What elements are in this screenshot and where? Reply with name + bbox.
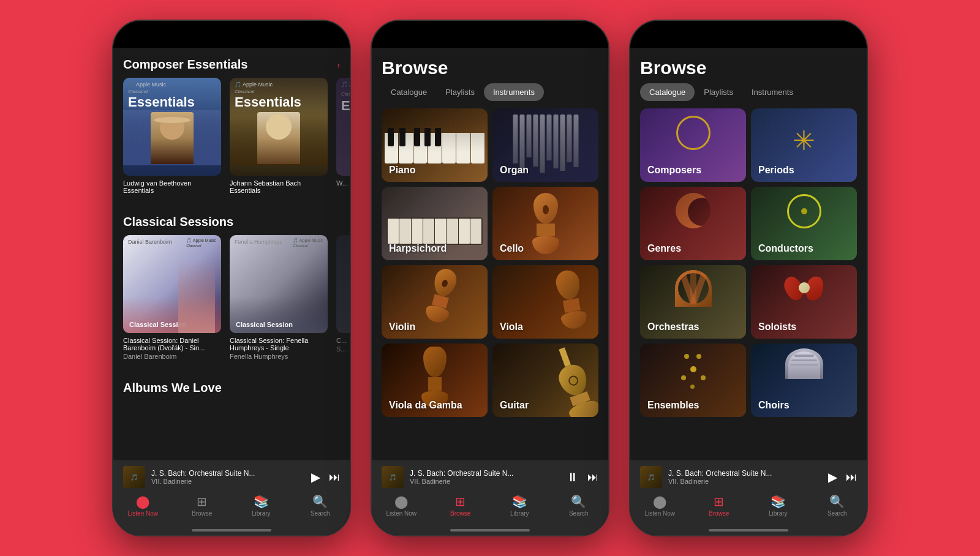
tab-instruments-2[interactable]: Instruments (484, 83, 544, 101)
session-barenboim-card[interactable]: Daniel Barenboim 🎵 Apple MusicClassical … (123, 235, 221, 361)
notch-2 (453, 26, 527, 43)
player-bar-3: 🎵 J. S. Bach: Orchestral Suite N... VII.… (630, 460, 867, 490)
pause-button-2[interactable]: ⏸ (567, 470, 579, 484)
category-conductors[interactable]: Conductors (751, 187, 857, 260)
nav-search-3[interactable]: 🔍 Search (819, 494, 856, 517)
home-indicator-2 (372, 529, 608, 535)
notch-3 (712, 26, 785, 43)
player-subtitle-3: VII. Badinerie (668, 478, 822, 485)
tab-playlists-3[interactable]: Playlists (695, 83, 742, 101)
home-bar-3 (709, 529, 788, 532)
tab-bar-3: Catalogue Playlists Instruments (630, 83, 867, 108)
instrument-organ[interactable]: Organ (492, 108, 598, 182)
nav-search-1[interactable]: 🔍 Search (302, 494, 339, 517)
category-composers[interactable]: Composers (640, 108, 746, 182)
nav-library-1[interactable]: 📚 Library (243, 494, 279, 517)
bach-album-card[interactable]: 🎵 Apple Music Classical Essentials (230, 78, 328, 195)
skip-button-1[interactable]: ⏭ (329, 471, 340, 484)
bach-album-title: Johann Sebastian Bach Essentials (230, 179, 328, 194)
tab-instruments-3[interactable]: Instruments (742, 83, 802, 101)
player-info-3: J. S. Bach: Orchestral Suite N... VII. B… (668, 469, 822, 485)
screen-2: Browse Catalogue Playlists Instruments (372, 48, 608, 535)
violin-label: Violin (389, 321, 415, 332)
composer-albums-row[interactable]: 🎵 Apple Music Classical Essentials (113, 78, 350, 205)
nav-search-2[interactable]: 🔍 Search (560, 494, 597, 517)
player-bar-1: 🎵 J. S. Bach: Orchestral Suite N... VII.… (113, 460, 350, 490)
beethoven-badge: 🎵 Apple Music (128, 81, 166, 88)
beethoven-album-title: Ludwig van Beethoven Essentials (123, 179, 221, 194)
status-bar-2 (372, 21, 608, 48)
albums-we-love-title: Albums We Love (123, 381, 222, 395)
nav-browse-2[interactable]: ⊞ Browse (442, 494, 479, 517)
bottom-spacer-2 (372, 417, 608, 429)
session3-card[interactable]: C... S... (336, 235, 350, 361)
scroll-3[interactable]: Browse Catalogue Playlists Instruments C… (630, 48, 867, 460)
home-bar-1 (192, 529, 271, 532)
library-label-1: Library (252, 510, 271, 517)
instrument-violin[interactable]: Violin (382, 265, 488, 339)
session-fenella-card[interactable]: Fenella Humphreys 🎵 Apple MusicClassical… (230, 235, 328, 361)
session2-title: Classical Session: Fenella Humphreys - S… (230, 337, 328, 351)
nav-listen-now-2[interactable]: ⬤ Listen Now (383, 494, 420, 517)
nav-browse-1[interactable]: ⊞ Browse (184, 494, 221, 517)
screen-1: Composer Essentials › 🎵 Apple Music Clas… (113, 48, 350, 535)
cello-label: Cello (500, 243, 524, 254)
scroll-2[interactable]: Browse Catalogue Playlists Instruments (372, 48, 608, 460)
player-controls-3: ▶ ⏭ (828, 470, 857, 484)
skip-button-2[interactable]: ⏭ (587, 471, 598, 484)
nav-listen-now-3[interactable]: ⬤ Listen Now (641, 494, 678, 517)
session2-artist: Fenella Humphreys (230, 353, 328, 360)
tab-catalogue-3[interactable]: Catalogue (640, 83, 695, 101)
player-thumb-3: 🎵 (640, 466, 662, 488)
play-button-3[interactable]: ▶ (828, 470, 837, 484)
player-title-2: J. S. Bach: Orchestral Suite N... (410, 469, 560, 478)
orchestras-label: Orchestras (647, 321, 699, 332)
skip-button-3[interactable]: ⏭ (846, 471, 857, 484)
instrument-cello[interactable]: Cello (492, 187, 598, 260)
category-orchestras[interactable]: Orchestras (640, 265, 746, 339)
category-choirs[interactable]: Choirs (751, 344, 857, 417)
player-content-3: 🎵 J. S. Bach: Orchestral Suite N... VII.… (640, 466, 857, 488)
listen-now-icon-3: ⬤ (653, 494, 666, 509)
home-indicator-3 (630, 529, 867, 535)
scroll-1[interactable]: Composer Essentials › 🎵 Apple Music Clas… (113, 48, 350, 460)
instrument-piano[interactable]: Piano (382, 108, 488, 182)
more-album-art: 🎵 Apple Music Classical Essentials (336, 78, 350, 176)
composer-essentials-more[interactable]: › (337, 60, 340, 70)
beethoven-album-card[interactable]: 🎵 Apple Music Classical Essentials (123, 78, 221, 195)
session3-art (336, 235, 350, 333)
composers-label: Composers (647, 165, 701, 176)
instrument-viola-gamba[interactable]: Viola da Gamba (382, 344, 488, 417)
tab-catalogue-2[interactable]: Catalogue (382, 83, 436, 101)
nav-listen-now-1[interactable]: ⬤ Listen Now (124, 494, 161, 517)
category-genres[interactable]: Genres (640, 187, 746, 260)
category-ensembles[interactable]: Ensembles (640, 344, 746, 417)
periods-label: Periods (758, 165, 794, 176)
play-button-1[interactable]: ▶ (311, 470, 320, 484)
status-bar-1 (113, 21, 350, 48)
tab-playlists-2[interactable]: Playlists (436, 83, 484, 101)
instrument-guitar[interactable]: Guitar (492, 344, 598, 417)
listen-now-icon-1: ⬤ (136, 494, 149, 509)
search-icon-2: 🔍 (571, 494, 586, 509)
instrument-harpsichord[interactable]: Harpsichord (382, 187, 488, 260)
nav-library-2[interactable]: 📚 Library (501, 494, 538, 517)
category-periods[interactable]: ✳ Periods (751, 108, 857, 182)
library-icon-1: 📚 (254, 494, 269, 509)
section-header-sessions: Classical Sessions (113, 205, 350, 235)
instrument-viola[interactable]: Viola (492, 265, 598, 339)
search-label-2: Search (569, 510, 589, 517)
player-controls-2: ⏸ ⏭ (567, 470, 598, 484)
player-thumb-2: 🎵 (382, 466, 404, 488)
nav-library-3[interactable]: 📚 Library (760, 494, 796, 517)
library-icon-2: 📚 (512, 494, 527, 509)
sessions-row[interactable]: Daniel Barenboim 🎵 Apple MusicClassical … (113, 235, 350, 371)
viola-label: Viola (500, 321, 523, 332)
player-thumb-1: 🎵 (123, 466, 145, 488)
status-bar-3 (630, 21, 867, 48)
bach-essentials-text: Essentials (230, 94, 328, 110)
category-soloists[interactable]: Soloists (751, 265, 857, 339)
more-album-card[interactable]: 🎵 Apple Music Classical Essentials W... (336, 78, 350, 195)
beethoven-album-art: 🎵 Apple Music Classical Essentials (123, 78, 221, 176)
nav-browse-3[interactable]: ⊞ Browse (701, 494, 737, 517)
